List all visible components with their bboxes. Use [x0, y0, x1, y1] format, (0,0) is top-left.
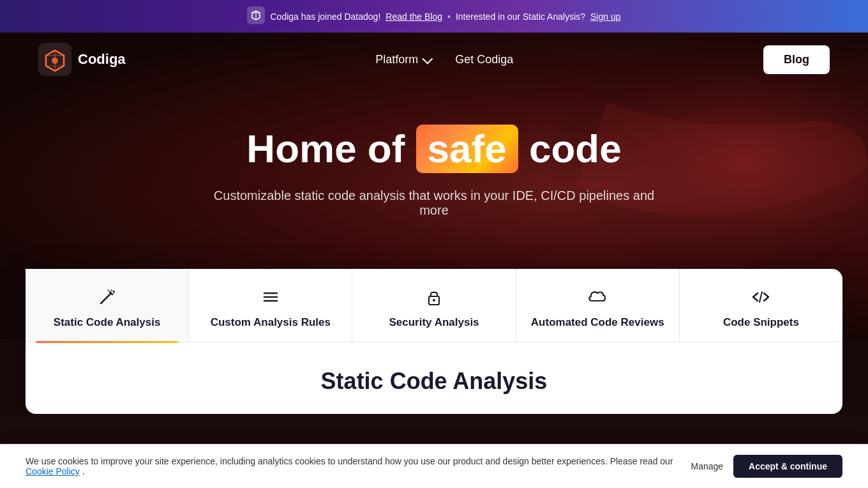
- hero-section: Home of safe code Customizable static co…: [0, 86, 868, 243]
- announcement-bar: Codiga has joined Datadog! Read the Blog…: [0, 0, 868, 33]
- svg-line-11: [760, 292, 762, 302]
- svg-line-4: [101, 293, 111, 303]
- nav-links: Platform Get Codiga: [375, 53, 513, 66]
- navigation: Codiga Platform Get Codiga Blog: [0, 33, 868, 86]
- tabs-card: Static Code Analysis Custom Analysis Rul…: [26, 269, 842, 414]
- tab-label-snippets: Code Snippets: [723, 316, 799, 329]
- tab-code-snippets[interactable]: Code Snippets: [680, 269, 842, 342]
- svg-point-3: [52, 57, 58, 64]
- codiga-icon: [247, 6, 265, 26]
- cookie-policy-link[interactable]: Cookie Policy: [26, 466, 80, 477]
- rules-icon: [260, 287, 281, 307]
- tab-static-code-analysis[interactable]: Static Code Analysis: [26, 269, 189, 342]
- hero-subtitle: Customizable static code analysis that w…: [211, 188, 657, 218]
- hero-title-before: Home of: [246, 126, 405, 171]
- announcement-blog-link[interactable]: Read the Blog: [385, 11, 442, 22]
- tab-security-analysis[interactable]: Security Analysis: [352, 269, 516, 342]
- tab-content: Static Code Analysis: [26, 342, 842, 414]
- cookie-actions: Manage Accept & continue: [691, 455, 843, 478]
- hero-title-highlight: safe: [416, 125, 518, 173]
- logo-icon: [38, 43, 71, 76]
- tab-label-automated: Automated Code Reviews: [531, 316, 664, 329]
- tab-custom-analysis-rules[interactable]: Custom Analysis Rules: [189, 269, 352, 342]
- hero-title: Home of safe code: [13, 125, 855, 173]
- svg-point-10: [433, 299, 435, 301]
- chevron-down-icon: [422, 57, 430, 62]
- tab-label-security: Security Analysis: [389, 316, 479, 329]
- cloud-icon: [586, 287, 609, 307]
- platform-label: Platform: [375, 53, 418, 66]
- blog-button[interactable]: Blog: [763, 45, 830, 74]
- announcement-suffix: Interested in our Static Analysis?: [456, 11, 585, 22]
- announcement-separator: •: [447, 11, 451, 22]
- get-codiga-link[interactable]: Get Codiga: [455, 53, 513, 66]
- tab-automated-code-reviews[interactable]: Automated Code Reviews: [516, 269, 680, 342]
- logo: Codiga: [38, 43, 126, 76]
- logo-text: Codiga: [78, 51, 126, 68]
- accept-cookies-button[interactable]: Accept & continue: [733, 455, 842, 478]
- announcement-prefix: Codiga has joined Datadog!: [270, 11, 380, 22]
- tabs-row: Static Code Analysis Custom Analysis Rul…: [26, 269, 842, 342]
- tab-label-custom: Custom Analysis Rules: [211, 316, 331, 329]
- code-icon: [749, 287, 772, 307]
- lock-icon: [424, 287, 444, 307]
- announcement-signup-link[interactable]: Sign up: [590, 11, 620, 22]
- svg-point-5: [112, 291, 114, 293]
- magic-wand-icon: [97, 287, 117, 307]
- manage-cookies-button[interactable]: Manage: [691, 461, 724, 471]
- cookie-text: We use cookies to improve your site expe…: [26, 456, 676, 477]
- platform-menu[interactable]: Platform: [375, 53, 430, 66]
- content-title: Static Code Analysis: [51, 368, 817, 395]
- tab-label-static: Static Code Analysis: [54, 316, 161, 329]
- hero-title-after: code: [529, 126, 622, 171]
- cookie-banner: We use cookies to improve your site expe…: [0, 444, 868, 488]
